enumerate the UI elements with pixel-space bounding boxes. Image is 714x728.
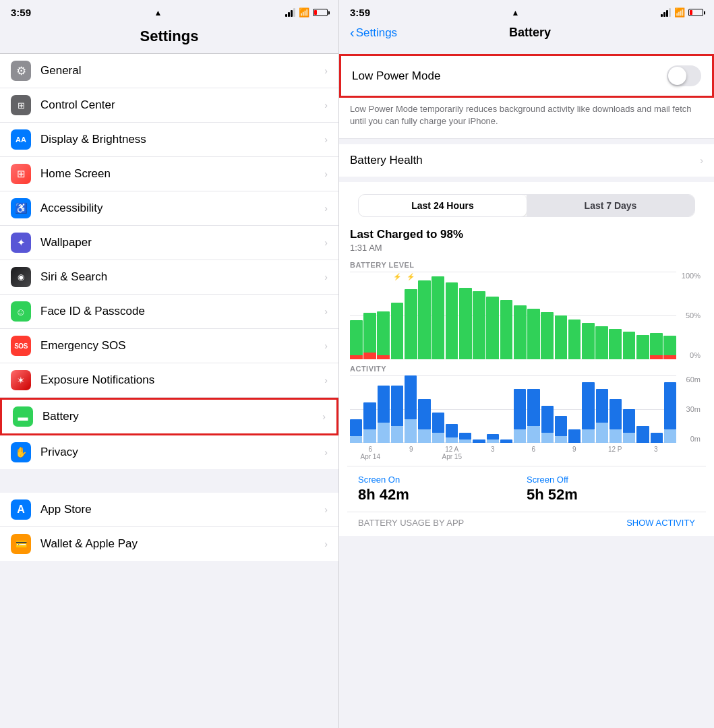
lightning-icon: ⚡ (407, 273, 415, 280)
bar-group (446, 272, 458, 359)
battery-health-row[interactable]: Battery Health › (339, 144, 714, 177)
battery-y-axis: 100% 50% 0% (676, 272, 703, 359)
screen-off-label: Screen Off (527, 475, 695, 485)
privacy-icon: ✋ (11, 442, 31, 462)
x-time-label: 9 (572, 446, 576, 453)
x-label-group: 12 A Apr 15 (432, 446, 473, 460)
bar-group (595, 272, 608, 359)
section-gap-2 (0, 561, 338, 584)
x-time-label: 12 A (445, 446, 458, 453)
sidebar-item-wallpaper[interactable]: ✦ Wallpaper › (0, 226, 338, 260)
right-wifi-icon: 📶 (674, 7, 685, 18)
appstore-icon: A (11, 499, 31, 520)
last-7-days-button[interactable]: Last 7 Days (527, 195, 694, 216)
battery-health-label: Battery Health (350, 154, 700, 167)
screen-on-value: 8h 42m (358, 486, 527, 504)
wifi-icon: 📶 (299, 7, 309, 18)
last-24-hours-button[interactable]: Last 24 Hours (359, 195, 527, 216)
sidebar-item-control-center[interactable]: ⊞ Control Center › (0, 88, 338, 123)
right-time: 3:59 (350, 7, 370, 18)
sos-label: Emergency SOS (40, 339, 324, 353)
act-bar-group (582, 375, 594, 443)
battery-settings-icon: ▬ (13, 406, 33, 427)
battery-chart-label: BATTERY LEVEL (350, 261, 703, 269)
low-power-card: Low Power Mode Low Power Mode temporaril… (339, 54, 714, 139)
bar-group (541, 272, 554, 359)
back-button[interactable]: ‹ Settings (350, 25, 397, 40)
accessibility-label: Accessibility (40, 202, 324, 215)
accessibility-icon: ♿ (11, 198, 31, 218)
sidebar-item-home-screen[interactable]: ⊞ Home Screen › (0, 157, 338, 191)
faceid-label: Face ID & Passcode (40, 305, 324, 318)
bar-group (514, 272, 527, 359)
chevron-icon: › (322, 411, 326, 422)
screen-stats: Screen On 8h 42m Screen Off 5h 52m (347, 466, 706, 512)
section-gap-1 (0, 469, 338, 493)
act-bar-group (363, 375, 376, 443)
exposure-icon: ✶ (11, 370, 31, 390)
battery-bars: ⚡ ⚡ (350, 272, 676, 359)
y-label-50: 50% (686, 311, 701, 320)
bar-group (582, 272, 595, 359)
sidebar-item-accessibility[interactable]: ♿ Accessibility › (0, 191, 338, 226)
right-page-title: Battery (397, 26, 663, 40)
left-status-icons: 📶 (285, 7, 328, 18)
settings-list: ⚙ General › ⊞ Control Center › AA Displa… (0, 54, 338, 728)
right-content: Low Power Mode Low Power Mode temporaril… (339, 49, 714, 728)
chevron-icon: › (324, 134, 328, 145)
charge-info: Last Charged to 98% 1:31 AM (347, 222, 706, 255)
siri-icon: ◉ (11, 267, 31, 287)
privacy-label: Privacy (40, 446, 324, 459)
sidebar-item-siri[interactable]: ◉ Siri & Search › (0, 260, 338, 295)
act-bar-group (623, 375, 635, 443)
bar-group (568, 272, 581, 359)
bar-group (663, 272, 676, 359)
chevron-icon: › (324, 169, 328, 179)
show-activity-link[interactable]: SHOW ACTIVITY (626, 518, 695, 528)
right-status-icons: 📶 (661, 7, 703, 18)
sidebar-item-battery[interactable]: ▬ Battery › (0, 398, 338, 435)
battery-icon (313, 9, 328, 16)
right-signal-icon (661, 8, 671, 17)
activity-bars (350, 375, 676, 443)
x-date-label: Apr 15 (442, 453, 462, 460)
act-bar-group (514, 375, 526, 443)
bar-group (609, 272, 622, 359)
x-label-group: 9 (554, 446, 595, 460)
right-panel: 3:59 ▲ 📶 ‹ Settings Battery Low P (339, 0, 714, 728)
wallpaper-icon: ✦ (11, 233, 31, 253)
act-bar-group (459, 375, 471, 443)
act-bar-group (541, 375, 554, 443)
act-bar-group (651, 375, 663, 443)
bar-group: ⚡ (391, 272, 404, 359)
low-power-row: Low Power Mode (339, 54, 714, 98)
time-segment: Last 24 Hours Last 7 Days (358, 194, 695, 217)
sidebar-item-faceid[interactable]: ☺ Face ID & Passcode › (0, 295, 338, 329)
sidebar-item-wallet[interactable]: 💳 Wallet & Apple Pay › (0, 527, 338, 561)
faceid-icon: ☺ (11, 301, 31, 322)
sidebar-item-exposure[interactable]: ✶ Exposure Notifications › (0, 363, 338, 398)
screen-on-stat: Screen On 8h 42m (358, 475, 527, 504)
bar-group (432, 272, 444, 359)
general-label: General (40, 64, 324, 78)
lightning-icon: ⚡ (393, 273, 401, 280)
screen-off-stat: Screen Off 5h 52m (527, 475, 695, 504)
x-time-label: 3 (491, 446, 495, 453)
sidebar-item-sos[interactable]: SOS Emergency SOS › (0, 329, 338, 363)
low-power-toggle[interactable] (667, 65, 701, 86)
sidebar-item-appstore[interactable]: A App Store › (0, 493, 338, 527)
sidebar-item-privacy[interactable]: ✋ Privacy › (0, 435, 338, 469)
bar-group (486, 272, 499, 359)
back-chevron-icon: ‹ (350, 25, 355, 40)
card-gap-2 (339, 139, 714, 144)
sidebar-item-display[interactable]: AA Display & Brightness › (0, 123, 338, 157)
bar-group (459, 272, 472, 359)
x-time-label: 6 (368, 446, 372, 453)
back-label[interactable]: Settings (356, 26, 397, 40)
act-bar-group (473, 375, 485, 443)
settings-section-2: A App Store › 💳 Wallet & Apple Pay › (0, 493, 338, 561)
activity-y-axis: 60m 30m 0m (676, 375, 703, 443)
right-nav: ‹ Settings Battery (339, 22, 714, 49)
bar-group (555, 272, 568, 359)
sidebar-item-general[interactable]: ⚙ General › (0, 54, 338, 88)
